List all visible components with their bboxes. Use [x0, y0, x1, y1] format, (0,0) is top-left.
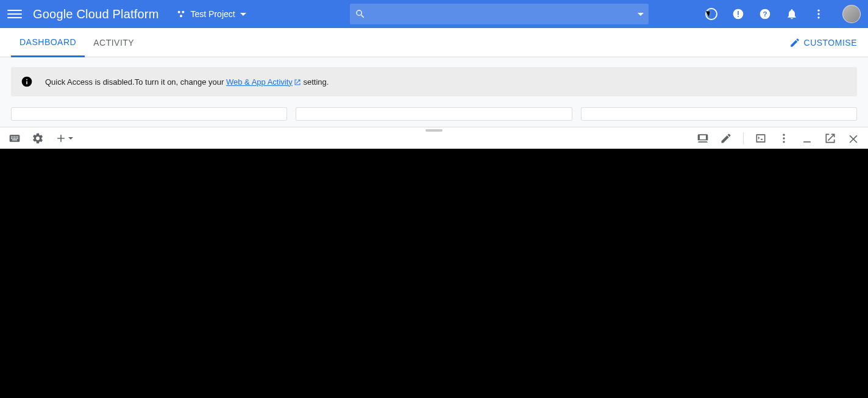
tab-dashboard[interactable]: DASHBOARD: [11, 28, 85, 57]
account-avatar[interactable]: [842, 5, 861, 23]
svg-point-0: [177, 11, 180, 13]
web-app-activity-link[interactable]: Web & App Activity: [226, 77, 301, 87]
shell-more-button[interactable]: [778, 132, 790, 144]
open-in-new-icon: [824, 132, 836, 144]
laptop-icon: [697, 132, 709, 144]
top-header: Google Cloud Platform Test Project ?: [0, 0, 868, 28]
svg-point-11: [783, 133, 784, 135]
svg-point-8: [817, 10, 819, 12]
banner-text: Quick Access is disabled.To turn it on, …: [45, 77, 329, 87]
keyboard-button[interactable]: [9, 132, 21, 144]
svg-point-2: [180, 15, 182, 17]
svg-point-9: [817, 13, 819, 15]
alerts-button[interactable]: [731, 7, 745, 21]
info-icon: [21, 76, 33, 88]
svg-point-13: [783, 141, 784, 143]
svg-rect-5: [738, 16, 739, 17]
quick-access-banner: Quick Access is disabled.To turn it on, …: [11, 67, 857, 96]
menu-icon[interactable]: [7, 7, 22, 21]
more-button[interactable]: [812, 7, 825, 21]
banner-text-before: Quick Access is disabled.To turn it on, …: [45, 77, 226, 87]
search-icon: [355, 9, 366, 20]
project-icon: [176, 9, 186, 19]
plus-icon: [55, 132, 67, 144]
banner-text-after: setting.: [301, 77, 329, 87]
web-preview-button[interactable]: [697, 132, 709, 144]
open-new-window-button[interactable]: [824, 132, 836, 144]
notifications-button[interactable]: [785, 7, 799, 21]
svg-text:?: ?: [763, 10, 767, 18]
dashboard-card[interactable]: [11, 107, 287, 121]
new-tab-button[interactable]: [55, 132, 73, 144]
session-info-button[interactable]: [755, 132, 767, 144]
separator: [743, 132, 744, 144]
dashboard-card[interactable]: [581, 107, 857, 121]
help-icon: ?: [759, 8, 771, 20]
gear-icon: [32, 132, 44, 144]
dashboard-content: Quick Access is disabled.To turn it on, …: [0, 57, 868, 127]
project-name: Test Project: [191, 9, 235, 19]
more-vert-icon: [778, 132, 790, 144]
drag-handle[interactable]: [425, 129, 443, 132]
cloud-shell-button[interactable]: [705, 7, 718, 21]
cloud-shell-toolbar: [0, 127, 868, 149]
project-selector[interactable]: Test Project: [170, 5, 252, 23]
help-button[interactable]: ?: [758, 7, 772, 21]
svg-point-12: [783, 137, 784, 139]
settings-button[interactable]: [32, 132, 44, 144]
chevron-down-icon: [240, 13, 246, 16]
svg-point-1: [182, 11, 184, 13]
cloud-shell-terminal[interactable]: [0, 149, 868, 398]
search-input[interactable]: [371, 9, 633, 19]
close-icon: [847, 132, 859, 144]
external-link-icon: [294, 79, 301, 86]
product-logo[interactable]: Google Cloud Platform: [33, 7, 159, 21]
minimize-icon: [801, 132, 813, 144]
bell-icon: [786, 8, 798, 20]
header-icons: ?: [705, 5, 861, 23]
keyboard-icon: [9, 132, 21, 144]
alert-icon: [732, 8, 744, 20]
close-button[interactable]: [847, 132, 859, 144]
chevron-down-icon: [68, 137, 73, 140]
pencil-icon: [720, 132, 732, 144]
search-box[interactable]: [350, 4, 649, 24]
terminal-box-icon: [755, 132, 767, 144]
open-editor-button[interactable]: [720, 132, 732, 144]
svg-point-10: [817, 16, 819, 18]
tab-activity[interactable]: ACTIVITY: [85, 28, 143, 57]
cloud-shell-icon: [705, 8, 717, 20]
search-dropdown-icon[interactable]: [638, 13, 644, 16]
more-vert-icon: [813, 8, 825, 20]
dashboard-card[interactable]: [296, 107, 572, 121]
svg-rect-4: [738, 11, 739, 15]
svg-rect-14: [803, 141, 811, 143]
tabs-row: DASHBOARD ACTIVITY CUSTOMISE: [0, 28, 868, 57]
customise-label: CUSTOMISE: [804, 38, 857, 48]
dashboard-cards: [11, 107, 857, 121]
minimize-button[interactable]: [801, 132, 813, 144]
pencil-icon: [789, 37, 800, 48]
customise-button[interactable]: CUSTOMISE: [789, 28, 857, 57]
